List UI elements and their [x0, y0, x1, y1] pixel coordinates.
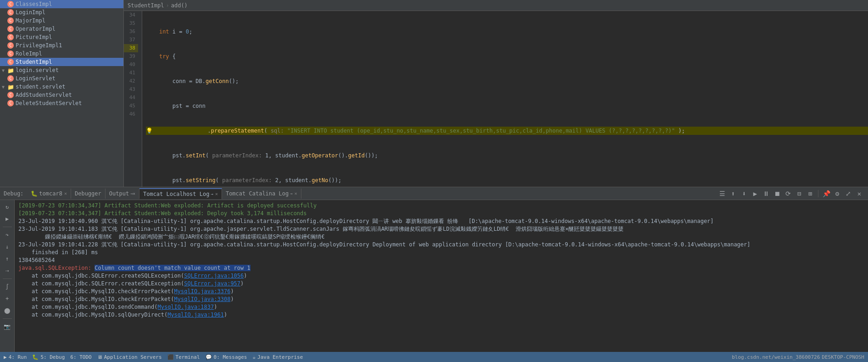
arrow-icon: →: [290, 191, 292, 196]
status-todo-label: 6: TODO: [70, 354, 91, 360]
toolbar-btn-pin[interactable]: 📌: [821, 189, 831, 199]
debug-resume-btn[interactable]: ▶: [2, 214, 12, 224]
debug-camera-btn[interactable]: 📷: [2, 322, 12, 332]
toolbar-btn-expand[interactable]: ⤢: [843, 189, 853, 199]
log-line-6: 23-Jul-2019 19:10:41.228 淇℃伅 [Catalina-u…: [18, 241, 864, 249]
terminal-icon: ⬛: [167, 354, 174, 360]
line-num-41: 41: [124, 69, 138, 77]
debug-content[interactable]: [2019-07-23 07:10:34,347] Artifact Stude…: [15, 200, 868, 352]
tab-label: Tomcat Localhost Log: [143, 191, 210, 197]
debug-tab-debugger[interactable]: Debugger: [71, 189, 106, 199]
stack-link-4[interactable]: MysqlIO.java:3308: [174, 296, 231, 302]
sidebar: C ClassesImpl C LoginImpl C MajorImpl C …: [0, 0, 124, 187]
code-content[interactable]: int i = 0; try { conn = DB.getConn(); ps…: [142, 11, 868, 187]
debug-tab-tomcar8[interactable]: 🐛 tomcar8 ✕: [27, 189, 71, 199]
arrow-icon: →✕: [130, 191, 135, 196]
sidebar-item-loginservlet[interactable]: C LoginServlet: [0, 74, 123, 83]
status-app-servers[interactable]: 🖥 Application Servers: [97, 354, 162, 360]
line-num-38: 38: [124, 44, 138, 52]
sidebar-item-majorimpl[interactable]: C MajorImpl: [0, 17, 123, 25]
status-messages[interactable]: 💬 0: Messages: [206, 354, 247, 360]
toolbar-btn-settings[interactable]: ☰: [717, 189, 727, 199]
sidebar-item-operatorimpl[interactable]: C OperatorImpl: [0, 25, 123, 33]
toolbar-btn-stop[interactable]: ⏹: [772, 189, 782, 199]
log-line-9: java.sql.SQLException: Column count does…: [18, 264, 864, 272]
code-editor[interactable]: StudentImpl › add() 34 35 36 37 38 39 40…: [124, 0, 868, 187]
toolbar-btn-close2[interactable]: ✕: [854, 189, 864, 199]
toolbar-btn-gear[interactable]: ⚙: [832, 189, 842, 199]
sidebar-item-classesimpl[interactable]: C ClassesImpl: [0, 0, 123, 8]
debug-label: Debug:: [4, 190, 23, 197]
status-java-enterprise[interactable]: ☕ Java Enterprise: [252, 354, 303, 360]
sidebar-item-label: StudentImpl: [16, 59, 52, 65]
debug-tab-tomcat-catalina[interactable]: Tomcat Catalina Log → ✕: [222, 189, 301, 199]
status-debug-label: 5: Debug: [40, 354, 65, 360]
sidebar-item-label: PrivilegeImpl1: [16, 42, 62, 49]
sidebar-item-roleimpl[interactable]: C RoleImpl: [0, 50, 123, 58]
log-line-4: 23-Jul-2019 19:10:41.183 淇℃伅 [Catalina-u…: [18, 225, 864, 233]
c-icon: C: [7, 17, 14, 24]
sidebar-item-loginimpl[interactable]: C LoginImpl: [0, 8, 123, 17]
debug-tab-output[interactable]: Output →✕: [106, 189, 139, 199]
debug-run-cursor-btn[interactable]: ⇢: [2, 266, 12, 276]
toolbar-btn-more2[interactable]: ⊟: [794, 189, 804, 199]
main-container: C ClassesImpl C LoginImpl C MajorImpl C …: [0, 0, 868, 362]
status-bar: ▶ 4: Run 🐛 5: Debug 6: TODO 🖥 Applicatio…: [0, 352, 868, 362]
line-num-37: 37: [124, 36, 138, 44]
c-icon: C: [7, 34, 14, 40]
status-run[interactable]: ▶ 4: Run: [4, 354, 27, 360]
debug-breakpoint-btn[interactable]: ⬤: [2, 306, 12, 316]
line-num-42: 42: [124, 77, 138, 85]
bug-icon: 🐛: [31, 190, 38, 197]
toolbar-btn-more3[interactable]: ⊞: [805, 189, 815, 199]
sidebar-item-login-servlet[interactable]: ▼ 📁 login.servlet: [0, 66, 123, 74]
debug-restart-btn[interactable]: ↻: [2, 202, 12, 212]
toolbar-btn-down[interactable]: ⬇: [739, 189, 749, 199]
toolbar-btn-resume[interactable]: ▶: [750, 189, 760, 199]
status-terminal[interactable]: ⬛ Terminal: [167, 354, 200, 360]
side-sep3: [3, 318, 12, 319]
log-line-12: at com.mysql.jdbc.MysqlIO.checkErrorPack…: [18, 288, 864, 295]
debug-watch-btn[interactable]: +: [2, 294, 12, 304]
close-icon[interactable]: ✕: [64, 191, 67, 196]
side-sep2: [3, 278, 12, 279]
sidebar-item-studentimpl[interactable]: C StudentImpl: [0, 58, 123, 66]
sidebar-item-pictureimpl[interactable]: C PictureImpl: [0, 33, 123, 41]
debug-panel: Debug: 🐛 tomcar8 ✕ Debugger Output →✕ To…: [0, 187, 868, 352]
stack-link-6[interactable]: MysqlIO.java:1961: [167, 312, 224, 318]
stack-link-5[interactable]: MysqlIO.java:1837: [157, 304, 214, 310]
line-num-36: 36: [124, 28, 138, 36]
bulb-icon[interactable]: 💡: [146, 127, 153, 135]
status-debug[interactable]: 🐛 5: Debug: [32, 354, 65, 360]
c-icon: C: [7, 100, 14, 106]
stack-link-3[interactable]: MysqlIO.java:3376: [174, 288, 231, 295]
log-line-13: at com.mysql.jdbc.MysqlIO.checkErrorPack…: [18, 295, 864, 303]
status-todo[interactable]: 6: TODO: [70, 354, 91, 360]
debug-step-into-btn[interactable]: ↓: [2, 242, 12, 252]
close-icon[interactable]: ✕: [295, 191, 297, 196]
log-line-1: [2019-07-23 07:10:34,347] Artifact Stude…: [18, 202, 864, 210]
code-lines-container: 34 35 36 37 38 39 40 41 42 43 44 45 46 i…: [124, 11, 868, 187]
code-line-35: try {: [146, 52, 868, 61]
debug-evaluate-btn[interactable]: ∫: [2, 282, 12, 292]
debug-step-out-btn[interactable]: ↑: [2, 254, 12, 264]
stack-link-1[interactable]: SQLError.java:1056: [184, 273, 244, 279]
expand-arrow: ▼: [2, 84, 7, 89]
sidebar-item-privilegeimpl1[interactable]: C PrivilegeImpl1: [0, 41, 123, 50]
stack-link-2[interactable]: SQLError.java:957: [184, 280, 240, 287]
sidebar-item-deletestudentservlet[interactable]: C DeleteStudentServlet: [0, 99, 123, 107]
status-bar-right: blog.csdn.net/weixin_38600726 DESKTOP-CP…: [732, 354, 864, 360]
c-icon: C: [7, 26, 14, 32]
debug-step-over-btn[interactable]: ↷: [2, 230, 12, 240]
status-app-servers-label: Application Servers: [104, 354, 162, 360]
c-icon: C: [7, 59, 14, 65]
status-bar-left: ▶ 4: Run 🐛 5: Debug 6: TODO 🖥 Applicatio…: [4, 354, 303, 360]
sidebar-item-student-servlet[interactable]: ▼ 📁 student.servlet: [0, 83, 123, 91]
sidebar-item-label: MajorImpl: [16, 17, 45, 24]
toolbar-btn-more1[interactable]: ⟳: [783, 189, 793, 199]
sidebar-item-addstudentservlet[interactable]: C AddStudentServlet: [0, 91, 123, 99]
toolbar-btn-pause[interactable]: ⏸: [761, 189, 771, 199]
close-icon[interactable]: ✕: [215, 191, 218, 196]
toolbar-btn-up[interactable]: ⬆: [728, 189, 738, 199]
debug-tab-tomcat-localhost[interactable]: Tomcat Localhost Log → ✕: [139, 188, 222, 199]
